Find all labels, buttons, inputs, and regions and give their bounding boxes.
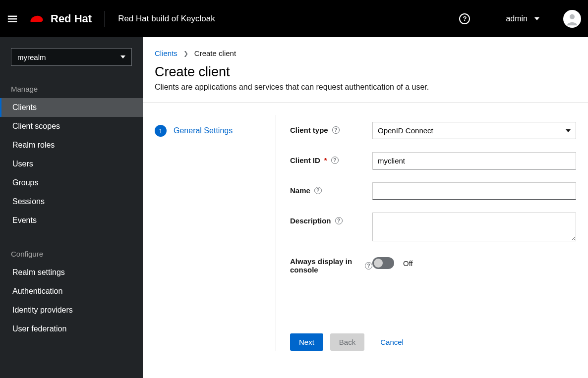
breadcrumb: Clients ❯ Create client [155,49,576,57]
nav-group-manage: Manage [0,75,143,98]
avatar-icon [565,11,580,26]
chevron-right-icon: ❯ [183,50,188,57]
sidebar-item-clients[interactable]: Clients [0,98,143,117]
sidebar-item-events[interactable]: Events [0,211,143,230]
sidebar-item-client-scopes[interactable]: Client scopes [0,117,143,136]
wizard-step-general[interactable]: 1 General Settings [155,122,276,140]
caret-down-icon [566,129,571,132]
hamburger-icon [7,13,18,24]
realm-selector[interactable]: myrealm [11,48,132,66]
brand-name: Red Hat [51,12,92,25]
client-type-value: OpenID Connect [378,126,433,135]
svg-rect-1 [8,18,17,19]
brand-divider [105,11,105,27]
client-type-select[interactable]: OpenID Connect [372,122,576,139]
form-fields: Client type ? OpenID Connect Client ID * [276,115,576,351]
avatar[interactable] [563,10,581,28]
realm-name: myrealm [17,53,46,61]
cancel-button[interactable]: Cancel [371,333,412,351]
wizard-buttons: Next Back Cancel [290,333,576,351]
brand: Red Hat [28,12,92,26]
sidebar-item-realm-settings[interactable]: Realm settings [0,263,143,282]
breadcrumb-current: Create client [194,49,236,57]
sidebar-item-groups[interactable]: Groups [0,173,143,192]
description-input[interactable] [372,213,576,241]
client-id-input[interactable] [372,152,576,169]
sidebar-item-realm-roles[interactable]: Realm roles [0,136,143,155]
hamburger-menu[interactable] [0,0,25,37]
step-number: 1 [155,125,167,137]
next-button[interactable]: Next [290,333,323,351]
wizard-steps: 1 General Settings [155,115,276,351]
back-button[interactable]: Back [330,333,364,351]
page-title: Create client [155,64,576,80]
name-input[interactable] [372,182,576,200]
main-content: Clients ❯ Create client Create client Cl… [143,37,588,378]
topbar: Red Hat Red Hat build of Keycloak ? admi… [0,0,588,37]
toggle-state: Off [403,259,413,268]
name-label: Name [290,186,310,195]
always-display-toggle[interactable] [372,257,394,269]
app-title: Red Hat build of Keycloak [118,14,215,24]
always-display-label: Always display in console [290,257,361,274]
user-menu[interactable]: admin [506,14,539,23]
svg-rect-0 [8,15,17,16]
svg-point-3 [570,14,575,19]
svg-rect-2 [8,21,17,22]
page-description: Clients are applications and services th… [155,83,576,92]
redhat-logo-icon [28,12,46,26]
main-header: Clients ❯ Create client Create client Cl… [143,37,588,103]
nav-group-configure: Configure [0,240,143,263]
caret-down-icon [534,17,539,20]
client-type-label: Client type [290,126,328,134]
help-icon[interactable]: ? [332,126,340,134]
user-name: admin [506,14,528,23]
step-label: General Settings [174,126,233,135]
help-button[interactable]: ? [459,13,470,24]
sidebar-item-identity-providers[interactable]: Identity providers [0,301,143,320]
sidebar-item-user-federation[interactable]: User federation [0,320,143,338]
help-icon[interactable]: ? [335,217,343,224]
help-icon[interactable]: ? [365,262,372,270]
client-id-label: Client ID [290,156,320,164]
description-label: Description [290,216,331,225]
help-icon[interactable]: ? [331,157,339,164]
sidebar-item-authentication[interactable]: Authentication [0,282,143,301]
required-mark: * [324,156,327,164]
sidebar-item-users[interactable]: Users [0,155,143,173]
sidebar-item-sessions[interactable]: Sessions [0,192,143,211]
breadcrumb-clients[interactable]: Clients [155,49,177,57]
help-icon[interactable]: ? [314,187,322,194]
caret-down-icon [120,55,125,58]
sidebar: myrealm Manage Clients Client scopes Rea… [0,37,143,378]
